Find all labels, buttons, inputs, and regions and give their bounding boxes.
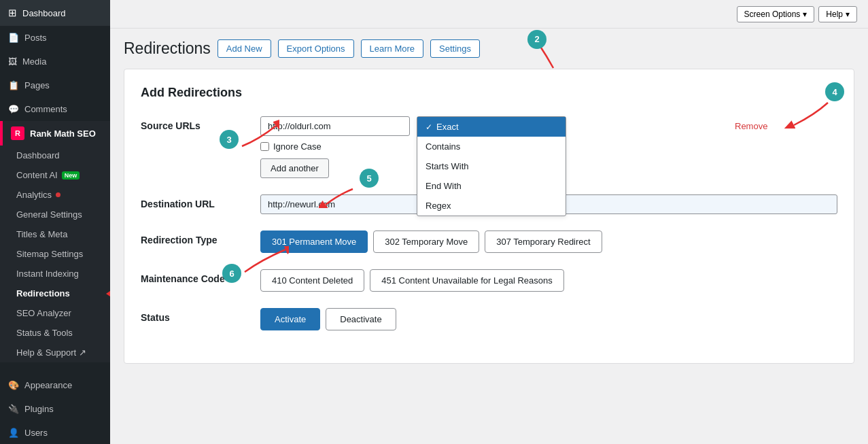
users-label: Users [24,428,48,438]
maintenance-code-label: Maintenance Code [141,269,249,284]
dropdown-item-end-with[interactable]: End With [417,176,566,196]
sidebar-item-instant-indexing[interactable]: Instant Indexing [0,264,110,284]
redirection-type-row: Redirection Type 301 Permanent Move 302 … [141,230,837,253]
sidebar-item-rm-dashboard[interactable]: Dashboard [0,146,110,165]
sidebar-item-content-ai[interactable]: Content AI New [0,165,110,185]
seo-analyzer-label: SEO Analyzer [16,308,71,318]
chevron-down-icon-2: ▾ [846,10,850,19]
dropdown-item-starts-with[interactable]: Starts With [417,156,566,176]
dropdown-item-regex[interactable]: Regex [417,196,566,216]
activate-button[interactable]: Activate [260,308,320,330]
users-icon: 👤 [8,428,19,438]
destination-url-label: Destination URL [141,194,249,209]
plugins-icon: 🔌 [8,404,19,414]
check-icon: ✓ [426,122,432,132]
chevron-down-icon: ▾ [803,10,807,19]
rank-math-icon: R [11,126,24,140]
sitemap-settings-label: Sitemap Settings [16,249,83,259]
sidebar-item-label: Posts [24,33,47,43]
content-ai-label: Content AI [16,170,58,180]
sidebar-item-pages[interactable]: 📋 Pages [0,73,110,97]
ignore-case-checkbox[interactable] [260,142,269,151]
code-451-button[interactable]: 451 Content Unavailable for Legal Reason… [370,269,564,292]
deactivate-button[interactable]: Deactivate [326,308,396,330]
instant-indexing-label: Instant Indexing [16,269,79,279]
ignore-case-label: Ignore Case [273,141,322,152]
add-new-button[interactable]: Add New [218,39,271,58]
arrow-2 [533,42,567,69]
page-area: Redirections Add New Export Options Lear… [110,29,868,444]
sidebar-item-general-settings[interactable]: General Settings [0,205,110,224]
sidebar-item-comments[interactable]: 💬 Comments [0,97,110,121]
sidebar-item-help-support[interactable]: Help & Support ↗ [0,343,110,362]
sidebar-item-label: Media [22,56,46,67]
page-title: Redirections [124,39,211,58]
rm-dashboard-label: Dashboard [16,150,60,160]
sidebar-item-appearance[interactable]: 🎨 Appearance [0,373,110,397]
end-with-label: End With [426,181,462,191]
analytics-label: Analytics [16,190,52,200]
svg-marker-1 [106,291,110,296]
maintenance-code-row: Maintenance Code 410 Content Deleted 451… [141,269,837,292]
rank-math-label: Rank Math SEO [30,129,96,139]
source-urls-label: Source URLs [141,116,249,131]
comments-icon: 💬 [8,104,19,114]
plugins-label: Plugins [24,404,54,414]
screen-options-button[interactable]: Screen Options ▾ [737,6,815,22]
analytics-dot [56,192,60,197]
top-bar: Screen Options ▾ Help ▾ [110,0,868,29]
source-url-input[interactable] [260,116,410,136]
regex-label: Regex [426,201,451,211]
sidebar-item-dashboard[interactable]: ⊞ Dashboard [0,0,110,26]
learn-more-button[interactable]: Learn More [361,39,423,58]
sidebar-item-redirections[interactable]: Redirections 1 [0,284,110,303]
status-group: Activate Deactivate [260,308,837,330]
general-settings-label: General Settings [16,209,82,220]
sidebar-item-analytics[interactable]: Analytics [0,185,110,205]
sidebar-item-seo-analyzer[interactable]: SEO Analyzer [0,303,110,323]
media-icon: 🖼 [8,56,17,67]
screen-options-label: Screen Options [744,10,801,19]
remove-link[interactable]: Remove [735,121,767,131]
sidebar-item-users[interactable]: 👤 Users [0,421,110,444]
add-another-button[interactable]: Add another [260,158,329,178]
dropdown-item-contains[interactable]: Contains [417,137,566,156]
card-title: Add Redirections [141,86,837,100]
settings-button[interactable]: Settings [430,39,480,58]
sidebar-item-status-tools[interactable]: Status & Tools [0,323,110,343]
maintenance-code-controls: 410 Content Deleted 451 Content Unavaila… [260,269,837,292]
exact-label: Exact [436,122,459,132]
main-content: Screen Options ▾ Help ▾ Redirections Add… [110,0,868,444]
arrow-1 [106,288,110,299]
sidebar-item-titles-meta[interactable]: Titles & Meta [0,224,110,244]
appearance-label: Appearance [24,380,72,390]
sidebar-item-sitemap-settings[interactable]: Sitemap Settings [0,244,110,264]
sidebar-item-posts[interactable]: 📄 Posts [0,26,110,50]
redirection-type-controls: 301 Permanent Move 302 Temporary Move 30… [260,230,837,253]
type-307-button[interactable]: 307 Temporary Redirect [485,230,602,253]
export-options-button[interactable]: Export Options [278,39,354,58]
type-301-button[interactable]: 301 Permanent Move [260,230,368,253]
sidebar-item-label: Comments [24,104,67,114]
match-type-dropdown[interactable]: ✓ Exact Contains Starts With End With [417,116,566,216]
redirection-type-label: Redirection Type [141,230,249,245]
help-button[interactable]: Help ▾ [818,6,857,22]
sidebar-item-label: Dashboard [22,8,66,18]
status-row: Status Activate Deactivate [141,308,837,330]
maintenance-code-group: 410 Content Deleted 451 Content Unavaila… [260,269,837,292]
rank-math-header[interactable]: R Rank Math SEO [0,121,110,146]
appearance-icon: 🎨 [8,380,19,390]
sidebar-item-plugins[interactable]: 🔌 Plugins [0,397,110,421]
rank-math-submenu: Dashboard Content AI New Analytics Gener… [0,146,110,362]
contains-label: Contains [426,141,460,152]
source-urls-controls: ✓ Exact Contains Starts With End With [260,116,837,178]
type-302-button[interactable]: 302 Temporary Move [373,230,479,253]
dropdown-item-exact[interactable]: ✓ Exact [417,117,566,137]
dashboard-icon: ⊞ [8,7,17,19]
sidebar: ⊞ Dashboard 📄 Posts 🖼 Media 📋 Pages 💬 Co… [0,0,110,444]
page-title-row: Redirections Add New Export Options Lear… [124,39,854,58]
code-410-button[interactable]: 410 Content Deleted [260,269,364,292]
source-url-input-row: ✓ Exact Contains Starts With End With [260,116,837,136]
sidebar-item-media[interactable]: 🖼 Media [0,50,110,73]
sidebar-item-label: Pages [24,80,50,90]
